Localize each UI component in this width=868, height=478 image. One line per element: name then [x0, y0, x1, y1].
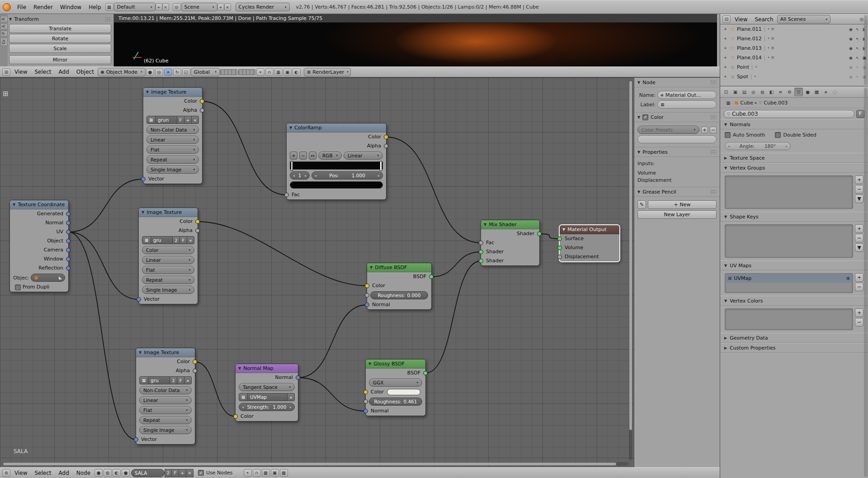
tab-world-icon[interactable]: ◍ — [758, 88, 767, 96]
rotate-button[interactable]: Rotate — [9, 34, 111, 43]
stop-position-field[interactable]: Pos:1.000 — [311, 171, 383, 180]
node-header[interactable]: ▼Glossy BSDF — [366, 360, 425, 369]
geometry-data-panel-header[interactable]: ▶Geometry Data — [720, 333, 868, 343]
selectable-icon[interactable]: ↖ — [856, 27, 859, 32]
panel-grip-icon[interactable] — [710, 115, 717, 119]
collapse-icon[interactable]: ▼ — [142, 210, 144, 214]
socket-normal-output[interactable] — [66, 221, 71, 225]
add-layout-button[interactable]: + — [156, 3, 162, 11]
vertex-groups-list[interactable] — [725, 175, 853, 209]
unlink-image-button[interactable]: × — [184, 376, 192, 384]
shader-type-world-icon[interactable]: ◍ — [104, 469, 112, 477]
tab-particles-icon[interactable]: ∗ — [821, 88, 830, 96]
socket-color-output[interactable] — [200, 99, 204, 104]
outliner-item-plane011[interactable]: + ▽ Plane.011 •⚙ ◉↖▣ — [720, 24, 868, 34]
object-name[interactable]: Point — [737, 64, 749, 70]
socket-bsdf-output[interactable] — [429, 274, 434, 279]
shape-key-specials-icon[interactable]: ▼ — [855, 243, 863, 252]
socket-bsdf-output[interactable] — [423, 371, 428, 375]
remove-vertex-color-button[interactable]: − — [855, 318, 863, 327]
tab-constraints-icon[interactable]: ≡ — [776, 88, 785, 96]
eyedropper-icon[interactable]: ◣ — [59, 275, 62, 280]
color-value-field[interactable] — [637, 135, 717, 143]
uvmap-name[interactable]: UVMap — [248, 393, 288, 401]
menu-file[interactable]: File — [14, 4, 30, 10]
display-mode-select[interactable]: All Scenes — [777, 15, 830, 24]
object-name[interactable]: Spot — [737, 74, 748, 80]
uv-maps-panel-header[interactable]: ▼UV Maps — [720, 260, 868, 270]
outliner-item-spot[interactable]: + ⊙ Spot • ◉↖▣ — [720, 72, 868, 81]
color-panel-header[interactable]: ▼✓Color — [634, 113, 720, 122]
scale-button[interactable]: Scale — [9, 44, 111, 53]
node-panel-header[interactable]: ▼Node — [634, 78, 720, 87]
material-fake-user-button[interactable]: F — [172, 469, 179, 477]
node-image-texture-2[interactable]: ▼Image Texture Color Alpha ▦ gru 2 F × C… — [138, 208, 198, 304]
breadcrumb-data[interactable]: Cube.003 — [764, 100, 788, 106]
expand-icon[interactable]: + — [724, 46, 728, 50]
new-material-button[interactable]: + — [179, 469, 186, 477]
outliner-menu-view[interactable]: View — [731, 16, 751, 23]
image-name[interactable]: gru — [148, 376, 170, 384]
expand-icon[interactable]: + — [724, 75, 728, 79]
expand-icon[interactable]: + — [724, 27, 728, 31]
breadcrumb-object[interactable]: Cube — [741, 100, 753, 106]
viewport-shading-icon[interactable]: ● — [146, 68, 154, 76]
collapse-icon[interactable]: ▼ — [562, 227, 565, 232]
horizontal-scrollbar[interactable] — [3, 462, 628, 466]
unlink-image-button[interactable]: × — [192, 116, 199, 124]
viewport-render-preview[interactable]: Time:00:13.21 | Mem:255.21M, Peak:280.73… — [114, 14, 717, 66]
socket-color-output[interactable] — [384, 135, 388, 139]
add-stop-button[interactable]: + — [290, 151, 297, 160]
region-expand-icon[interactable]: ⊞ — [3, 90, 9, 98]
stop-index-field[interactable]: 1 — [290, 171, 310, 180]
socket-window-output[interactable] — [66, 257, 71, 261]
socket-shader1-input[interactable] — [479, 250, 483, 254]
from-dupli-checkbox[interactable] — [15, 284, 21, 290]
node-menu-select[interactable]: Select — [31, 470, 55, 476]
remove-preset-button[interactable]: − — [710, 127, 717, 133]
view3d-menu-object[interactable]: Object — [73, 69, 98, 75]
socket-color-input[interactable] — [363, 390, 368, 394]
grease-pencil-icon[interactable]: ✎ — [637, 200, 646, 209]
collapse-icon[interactable]: ▼ — [368, 362, 371, 366]
menu-help[interactable]: Help — [85, 4, 104, 10]
socket-alpha-output[interactable] — [195, 228, 200, 233]
node-diffuse-bsdf[interactable]: ▼Diffuse BSDF BSDF Color Roughness:0.000… — [367, 263, 432, 310]
tab-render-icon[interactable]: ▣ — [731, 88, 740, 96]
socket-normal-output[interactable] — [296, 375, 300, 380]
tab-render-layers-icon[interactable]: ▤ — [740, 88, 749, 96]
properties-panel-header[interactable]: ▼Properties — [634, 147, 720, 157]
clear-uvmap-button[interactable]: × — [288, 393, 295, 401]
material-name-field[interactable]: SALA — [131, 469, 165, 477]
blender-logo-icon[interactable] — [3, 3, 11, 11]
view3d-menu-select[interactable]: Select — [31, 69, 55, 75]
render-engine-select[interactable]: Cycles Render — [236, 3, 290, 11]
normals-panel-header[interactable]: ▼Normals — [720, 119, 868, 129]
new-grease-pencil-button[interactable]: +New — [648, 200, 717, 209]
collapse-icon[interactable]: ▶ — [724, 336, 727, 340]
screen-layout-icon[interactable]: ▦ — [105, 3, 113, 11]
users-count-button[interactable]: 2 — [170, 376, 177, 384]
projection-select[interactable]: Flat — [142, 266, 194, 274]
collapse-icon[interactable]: ▼ — [146, 90, 149, 94]
ramp-interpolation-select[interactable]: Linear — [344, 151, 383, 160]
auto-smooth-checkbox-row[interactable]: Auto Smooth — [725, 132, 765, 138]
socket-fac-input[interactable] — [284, 193, 289, 197]
image-name[interactable]: gru — [151, 236, 173, 244]
socket-color-input[interactable] — [233, 414, 238, 419]
menu-render[interactable]: Render — [30, 4, 57, 10]
pivot-point-icon[interactable]: ◎ — [155, 68, 163, 76]
roughness-slider[interactable]: Roughness:0.000 — [370, 291, 428, 299]
selectable-icon[interactable]: ↖ — [856, 75, 859, 79]
editor-type-icon[interactable]: ⊞ — [2, 68, 10, 76]
collapse-icon[interactable]: ▼ — [724, 166, 727, 170]
orientation-select[interactable]: Global — [191, 68, 220, 76]
scene-icon[interactable]: ◎ — [173, 3, 181, 11]
texture-space-panel-header[interactable]: ▶Texture Space — [720, 153, 868, 163]
socket-object-output[interactable] — [66, 239, 71, 243]
editor-type-icon[interactable]: ⊚ — [2, 469, 10, 477]
node-normal-map[interactable]: ▼Normal Map Normal Tangent Space ▦ UVMap… — [235, 364, 298, 421]
fake-user-button[interactable]: F — [177, 376, 184, 384]
shader-type-lamp-icon[interactable]: ◐ — [113, 469, 121, 477]
render-layer-select[interactable]: ▦RenderLayer — [304, 68, 351, 76]
